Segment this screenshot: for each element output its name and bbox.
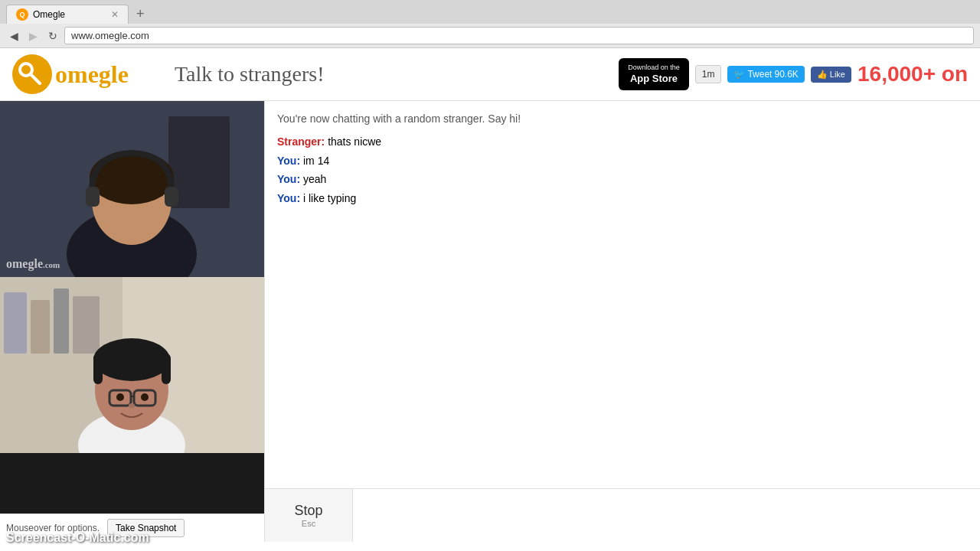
svg-point-24 [116,393,124,401]
like-button[interactable]: 👍 Like [811,67,851,83]
chat-panel: You're now chatting with a random strang… [264,101,980,542]
like-icon: 👍 [817,70,828,80]
online-suffix: on [936,62,968,86]
screencast-text: Screencast-O-Matic.com [6,531,149,544]
chat-input-area: Stop Esc [265,488,980,542]
svg-rect-8 [86,187,100,207]
svg-rect-14 [54,289,69,354]
chat-label-you-3: You: [277,173,300,185]
stop-esc-label: Esc [302,519,315,528]
site-tagline: Talk to strangers! [175,62,325,86]
appstore-big: App Store [628,72,680,86]
logo: omegle [12,54,129,94]
svg-rect-19 [93,354,103,384]
tweet-button[interactable]: 🐦 Tweet 90.6K [727,66,804,83]
reload-btn[interactable]: ↻ [44,28,61,44]
new-tab-btn[interactable]: + [132,6,149,22]
back-btn[interactable]: ◀ [6,28,22,44]
stop-button[interactable]: Stop Esc [265,489,353,542]
appstore-small: Download on the [628,63,680,73]
tweet-count: 90.6K [774,69,798,80]
chat-text-2: im 14 [303,155,329,167]
svg-point-7 [90,151,174,204]
chat-messages: You're now chatting with a random strang… [265,101,980,488]
nav-bar: ◀ ▶ ↻ [0,24,980,47]
active-tab[interactable]: Q Omegle ✕ [6,5,129,24]
watermark-com: .com [43,260,60,269]
tab-title: Omegle [33,9,65,20]
address-bar[interactable] [64,27,974,44]
tweet-label: Tweet [747,69,772,80]
svg-point-26 [129,403,135,408]
chat-line-2: You: im 14 [277,152,968,169]
online-count: 16,000+ on [858,62,968,86]
tweet-bird-icon: 🐦 [733,69,745,80]
chat-line-4: You: i like typing [277,190,968,207]
watermark-text: omegle [6,257,43,270]
system-message: You're now chatting with a random strang… [277,110,968,127]
screencast-watermark: Screencast-O-Matic.com [6,531,149,545]
svg-rect-20 [162,354,171,384]
svg-rect-13 [31,300,50,354]
stranger-silhouette [0,101,264,277]
video-watermark-stranger: omegle.com [6,257,60,271]
your-video [0,277,264,514]
page: omegle Talk to strangers! Download on th… [0,48,980,546]
stop-label: Stop [294,503,322,519]
svg-point-18 [93,338,170,381]
tab-favicon: Q [16,8,28,21]
appstore-button[interactable]: Download on the App Store [619,58,689,91]
stranger-video: omegle.com [0,101,264,277]
counter-badge: 1m [695,65,722,83]
stranger-video-bg [0,101,264,277]
main-layout: omegle.com [0,101,980,542]
forward-btn[interactable]: ▶ [25,28,41,44]
header-right: Download on the App Store 1m 🐦 Tweet 90.… [619,58,968,91]
chat-label-stranger-1: Stranger: [277,135,325,148]
chat-text-3: yeah [303,173,326,185]
chat-input[interactable] [353,489,980,542]
chat-label-you-4: You: [277,192,300,204]
svg-rect-15 [73,296,100,354]
your-video-canvas [0,277,264,453]
like-label: Like [830,70,845,79]
online-count-number: 16,000+ [858,62,936,86]
chat-line-3: You: yeah [277,171,968,187]
logo-icon [12,54,52,94]
chat-label-you-2: You: [277,155,300,167]
video-panel: omegle.com [0,101,264,542]
svg-rect-9 [165,187,178,207]
tab-close-btn[interactable]: ✕ [111,9,119,20]
site-header: omegle Talk to strangers! Download on th… [0,48,980,101]
browser-chrome: Q Omegle ✕ + ◀ ▶ ↻ [0,0,980,48]
chat-text-1: thats nicwe [328,135,381,148]
counter-value: 1m [702,69,715,80]
tab-bar: Q Omegle ✕ + [0,0,980,24]
chat-line-1: Stranger: thats nicwe [277,133,968,150]
svg-rect-12 [4,292,27,354]
chat-text-4: i like typing [303,192,356,204]
logo-text: omegle [55,60,129,89]
svg-point-25 [141,393,149,401]
